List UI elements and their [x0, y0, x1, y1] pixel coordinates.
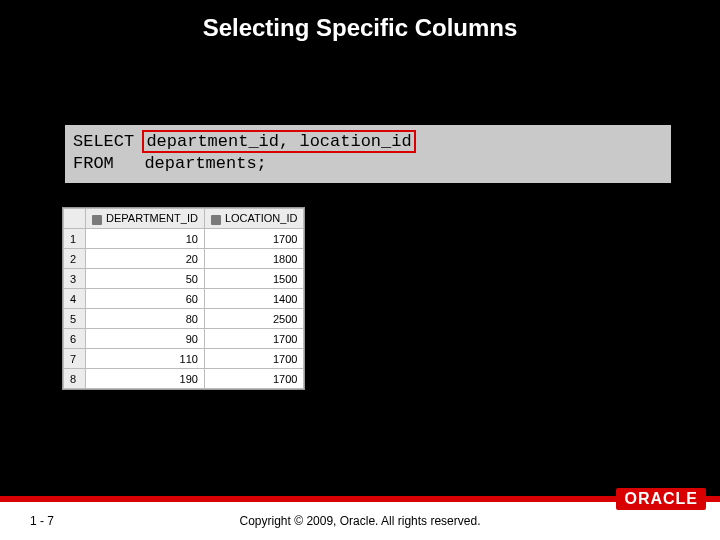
cell-department-id: 10 [86, 229, 205, 249]
sql-highlighted-columns: department_id, location_id [142, 130, 415, 153]
table-row: 8 190 1700 [64, 369, 304, 389]
cell-department-id: 190 [86, 369, 205, 389]
cell-location-id: 1700 [204, 229, 304, 249]
table-row: 1 10 1700 [64, 229, 304, 249]
slide: Selecting Specific Columns SELECTdepartm… [0, 0, 720, 540]
rownum-cell: 3 [64, 269, 86, 289]
column-header-department-id: DEPARTMENT_ID [86, 209, 205, 229]
cell-department-id: 80 [86, 309, 205, 329]
table-row: 5 80 2500 [64, 309, 304, 329]
copyright-text: Copyright © 2009, Oracle. All rights res… [0, 514, 720, 528]
footer-bar: 1 - 7 Copyright © 2009, Oracle. All righ… [0, 502, 720, 540]
column-icon [211, 215, 221, 225]
sql-line-1: SELECTdepartment_id, location_id [73, 131, 663, 153]
cell-department-id: 20 [86, 249, 205, 269]
rownum-header [64, 209, 86, 229]
table-row: 6 90 1700 [64, 329, 304, 349]
sql-code-block: SELECTdepartment_id, location_id FROMdep… [62, 122, 674, 186]
table-row: 4 60 1400 [64, 289, 304, 309]
sql-keyword-from: FROM [73, 153, 144, 175]
column-header-location-id: LOCATION_ID [204, 209, 304, 229]
cell-location-id: 1400 [204, 289, 304, 309]
sql-keyword-select: SELECT [73, 131, 144, 153]
cell-department-id: 50 [86, 269, 205, 289]
table-row: 2 20 1800 [64, 249, 304, 269]
rownum-cell: 5 [64, 309, 86, 329]
cell-department-id: 90 [86, 329, 205, 349]
cell-department-id: 60 [86, 289, 205, 309]
cell-location-id: 1700 [204, 349, 304, 369]
cell-location-id: 1500 [204, 269, 304, 289]
table-row: 3 50 1500 [64, 269, 304, 289]
rownum-cell: 8 [64, 369, 86, 389]
column-icon [92, 215, 102, 225]
cell-department-id: 110 [86, 349, 205, 369]
result-grid: DEPARTMENT_ID LOCATION_ID 1 10 1700 2 20… [62, 207, 305, 390]
sql-table-clause: departments; [144, 154, 266, 173]
table-row: 7 110 1700 [64, 349, 304, 369]
page-title: Selecting Specific Columns [0, 14, 720, 42]
rownum-cell: 6 [64, 329, 86, 349]
rownum-cell: 1 [64, 229, 86, 249]
cell-location-id: 2500 [204, 309, 304, 329]
cell-location-id: 1700 [204, 369, 304, 389]
oracle-logo: ORACLE [616, 488, 706, 510]
sql-line-2: FROMdepartments; [73, 153, 663, 175]
rownum-cell: 4 [64, 289, 86, 309]
rownum-cell: 7 [64, 349, 86, 369]
rownum-cell: 2 [64, 249, 86, 269]
result-header-row: DEPARTMENT_ID LOCATION_ID [64, 209, 304, 229]
cell-location-id: 1800 [204, 249, 304, 269]
cell-location-id: 1700 [204, 329, 304, 349]
